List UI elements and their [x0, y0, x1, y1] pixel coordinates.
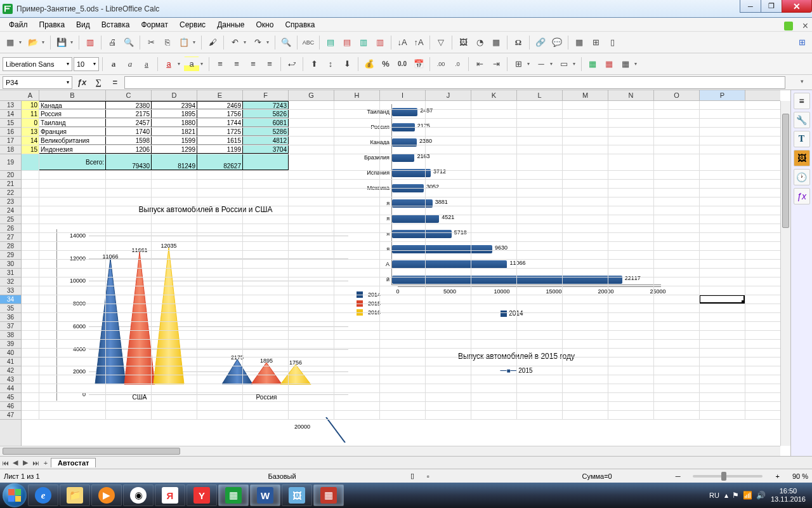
menu-tools[interactable]: Сервис [174, 19, 211, 30]
cell[interactable] [39, 233, 106, 241]
cell[interactable] [243, 171, 289, 179]
cell[interactable] [517, 110, 563, 118]
comment-icon[interactable]: 💬 [549, 35, 565, 50]
cell[interactable] [39, 295, 106, 304]
vertical-scrollbar[interactable] [780, 101, 790, 446]
cell[interactable]: Всего: [39, 154, 106, 170]
taskbar-word[interactable]: W [250, 485, 280, 506]
open-dropdown[interactable]: ▾ [42, 39, 47, 45]
cell[interactable] [197, 215, 243, 224]
column-header[interactable]: P [700, 90, 745, 100]
cell[interactable] [563, 110, 608, 118]
cell[interactable] [608, 242, 654, 250]
cell[interactable] [380, 101, 426, 109]
cell[interactable] [243, 375, 289, 384]
cell[interactable] [608, 110, 654, 118]
cell[interactable] [700, 180, 745, 188]
cell[interactable] [289, 233, 334, 241]
row-header[interactable]: 42 [0, 366, 21, 375]
cell[interactable] [243, 331, 289, 339]
cell[interactable] [654, 340, 700, 348]
cell[interactable] [106, 384, 152, 392]
cell[interactable] [608, 331, 654, 339]
row-header[interactable]: 18 [0, 145, 21, 154]
cell[interactable] [517, 137, 563, 145]
cell[interactable] [654, 402, 700, 410]
menu-data[interactable]: Данные [212, 19, 249, 30]
cell[interactable] [517, 375, 563, 384]
column-header[interactable]: C [106, 90, 152, 100]
cell[interactable]: 4812 [243, 137, 289, 145]
cell[interactable] [380, 375, 426, 384]
cell[interactable] [471, 393, 517, 401]
cell[interactable] [563, 189, 608, 197]
cell[interactable] [197, 189, 243, 197]
tray-chevron-icon[interactable]: ▴ [724, 491, 728, 500]
cell[interactable] [243, 269, 289, 277]
tab-last-icon[interactable]: ⏭ [30, 459, 41, 467]
cell[interactable] [289, 101, 334, 109]
cell[interactable] [106, 171, 152, 179]
cell[interactable] [39, 242, 106, 250]
merge-down-icon[interactable]: ▦ [585, 57, 600, 72]
copy-icon[interactable]: ⎘ [160, 35, 175, 50]
cell[interactable] [426, 313, 471, 321]
cell[interactable] [471, 313, 517, 321]
cell[interactable] [426, 358, 471, 366]
cell[interactable] [22, 313, 39, 321]
cell[interactable] [700, 358, 745, 366]
border-style-icon[interactable]: ─ [534, 57, 549, 72]
cell[interactable] [608, 215, 654, 224]
cell[interactable] [197, 251, 243, 259]
cell[interactable] [700, 375, 745, 384]
row-header[interactable]: 22 [0, 189, 21, 197]
cell[interactable] [380, 206, 426, 215]
find-icon[interactable]: 🔍 [278, 35, 294, 50]
cell[interactable] [380, 349, 426, 357]
cell[interactable] [197, 224, 243, 232]
taskbar-yandex[interactable]: Y [187, 485, 217, 506]
row-header[interactable]: 13 [0, 101, 21, 110]
cell[interactable] [608, 393, 654, 401]
cell[interactable] [243, 180, 289, 188]
cell[interactable] [22, 269, 39, 277]
column-header[interactable]: D [152, 90, 197, 100]
cell[interactable] [243, 393, 289, 401]
cell[interactable] [608, 349, 654, 357]
cell[interactable] [563, 224, 608, 232]
cell[interactable]: 79430 [106, 154, 152, 170]
cell[interactable] [563, 304, 608, 312]
cell[interactable] [608, 119, 654, 127]
row-header[interactable]: 46 [0, 402, 21, 411]
cell[interactable] [471, 349, 517, 357]
cell[interactable] [426, 110, 471, 118]
column-header[interactable]: N [608, 90, 654, 100]
cell[interactable] [380, 180, 426, 188]
cell[interactable] [563, 349, 608, 357]
cell[interactable]: 1199 [197, 145, 243, 154]
cell[interactable] [654, 313, 700, 321]
cell[interactable] [700, 322, 745, 330]
cell[interactable] [152, 251, 197, 259]
cell[interactable] [106, 251, 152, 259]
cell[interactable] [380, 358, 426, 366]
cell[interactable] [22, 215, 39, 224]
taskbar-images[interactable]: 🖼 [282, 485, 312, 506]
cell[interactable] [334, 411, 380, 419]
tab-first-icon[interactable]: ⏮ [0, 459, 10, 467]
cell[interactable] [654, 322, 700, 330]
cell[interactable] [563, 411, 608, 419]
cell[interactable] [106, 206, 152, 215]
cell[interactable] [517, 277, 563, 286]
paste-icon[interactable]: 📋 [176, 35, 192, 50]
new-icon[interactable]: ▦ [3, 35, 18, 50]
row-header[interactable]: 36 [0, 313, 21, 322]
cell[interactable] [426, 384, 471, 392]
column-header[interactable]: B [39, 90, 106, 100]
cell[interactable] [22, 331, 39, 339]
cell[interactable] [152, 384, 197, 392]
cell[interactable] [654, 154, 700, 170]
column-header[interactable]: K [471, 90, 517, 100]
cell[interactable]: 5826 [243, 110, 289, 118]
cell[interactable] [289, 340, 334, 348]
